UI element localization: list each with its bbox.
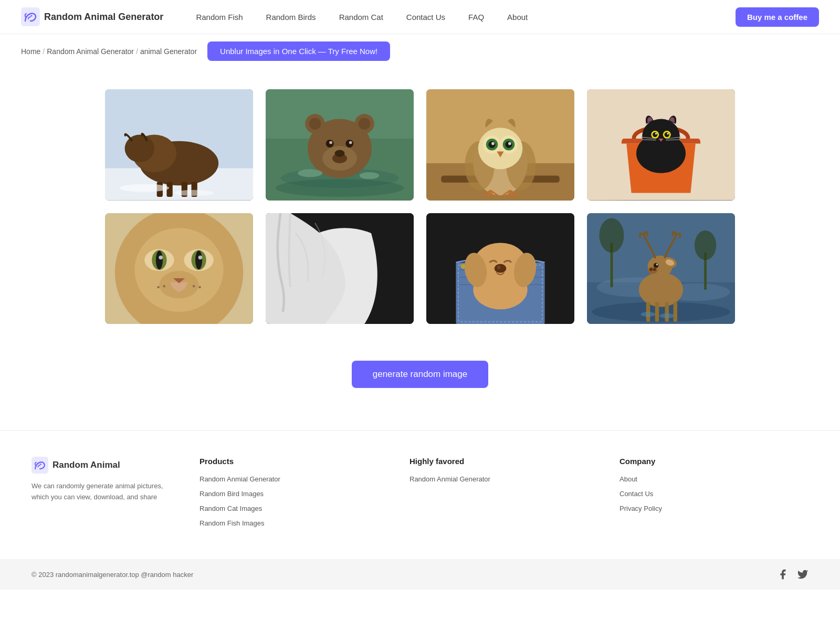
main-nav: Random Fish Random Birds Random Cat Cont… — [184, 13, 736, 22]
facebook-icon[interactable] — [777, 569, 789, 580]
nav-random-cat[interactable]: Random Cat — [328, 13, 395, 22]
svg-point-71 — [163, 285, 165, 287]
nav-about[interactable]: About — [496, 13, 539, 22]
footer-company-col: Company About Contact Us Privacy Policy — [620, 457, 808, 533]
animal-card-dog-pocket[interactable] — [426, 213, 574, 324]
footer-brand-name: Random Animal — [52, 460, 120, 470]
generate-random-image-button[interactable]: generate random image — [352, 361, 489, 388]
footer-products-col: Products Random Anmial Generator Random … — [200, 457, 388, 533]
breadcrumb-sep-1: / — [43, 47, 45, 56]
footer-desc: We can randomly generate animal pictures… — [32, 481, 178, 503]
svg-point-11 — [120, 184, 169, 192]
breadcrumb-animal-generator[interactable]: animal Generator — [140, 47, 197, 56]
svg-point-109 — [653, 268, 656, 271]
svg-rect-97 — [655, 302, 659, 322]
svg-point-30 — [360, 172, 380, 179]
logo-icon — [21, 7, 40, 26]
breadcrumb-home[interactable]: Home — [21, 47, 40, 56]
footer-bottom: © 2023 randomanimalgenerator.top @random… — [0, 559, 840, 590]
animal-image-grid — [105, 89, 735, 324]
svg-point-54 — [667, 133, 669, 135]
footer-favored-col: Highly favored Random Anmial Generator — [410, 457, 598, 533]
footer-company-title: Company — [620, 457, 808, 466]
svg-point-115 — [40, 464, 41, 465]
svg-point-73 — [193, 285, 195, 287]
logo-link[interactable]: Random Animal Generator — [21, 7, 163, 26]
svg-point-68 — [159, 255, 163, 259]
logo-title: Random Animal Generator — [44, 12, 163, 23]
svg-point-44 — [491, 142, 495, 145]
animal-card-owl[interactable] — [426, 89, 574, 201]
svg-rect-99 — [674, 302, 678, 322]
footer-link-fish-images[interactable]: Random Fish Images — [200, 519, 265, 527]
svg-point-100 — [640, 312, 655, 317]
animal-card-cat-bucket[interactable] — [587, 89, 735, 201]
animal-card-horse[interactable] — [266, 213, 414, 324]
nav-random-fish[interactable]: Random Fish — [184, 13, 254, 22]
breadcrumb-generator[interactable]: Random Animal Generator — [47, 47, 134, 56]
footer-link-favored-animal-generator[interactable]: Random Anmial Generator — [410, 475, 490, 483]
svg-point-48 — [642, 119, 679, 153]
svg-point-113 — [695, 230, 716, 259]
svg-point-20 — [309, 118, 321, 130]
svg-point-69 — [198, 255, 203, 259]
svg-point-107 — [648, 267, 658, 274]
footer-link-about[interactable]: About — [620, 475, 637, 483]
svg-point-25 — [329, 141, 332, 144]
svg-point-101 — [659, 313, 674, 318]
svg-point-26 — [349, 141, 352, 144]
footer-link-animal-generator[interactable]: Random Anmial Generator — [200, 475, 280, 483]
footer-link-contact[interactable]: Contact Us — [620, 490, 653, 498]
footer: Random Animal We can randomly generate a… — [0, 430, 840, 590]
footer-brand: Random Animal We can randomly generate a… — [32, 457, 178, 533]
footer-favored-title: Highly favored — [410, 457, 598, 466]
svg-point-108 — [649, 268, 653, 271]
footer-logo-icon — [32, 457, 48, 474]
svg-rect-98 — [665, 302, 669, 322]
svg-point-52 — [665, 132, 669, 137]
animal-card-deer[interactable] — [587, 213, 735, 324]
svg-point-21 — [359, 118, 371, 130]
footer-products-title: Products — [200, 457, 388, 466]
footer-copyright: © 2023 randomanimalgenerator.top @random… — [32, 571, 193, 579]
svg-point-53 — [655, 133, 657, 135]
breadcrumb-sep-2: / — [136, 47, 138, 56]
breadcrumb: Home / Random Animal Generator / animal … — [0, 34, 840, 68]
svg-point-45 — [508, 142, 511, 145]
animal-card-lion[interactable] — [105, 213, 253, 324]
svg-point-12 — [174, 190, 214, 196]
nav-contact-us[interactable]: Contact Us — [395, 13, 457, 22]
footer-link-bird-images[interactable]: Random Bird Images — [200, 490, 264, 498]
buy-coffee-button[interactable]: Buy me a coffee — [736, 7, 819, 27]
svg-point-61 — [134, 228, 223, 312]
animal-card-bison[interactable] — [105, 89, 253, 201]
svg-point-74 — [198, 286, 201, 288]
svg-point-29 — [298, 169, 322, 177]
svg-point-89 — [497, 266, 500, 269]
svg-point-104 — [656, 263, 658, 265]
svg-point-16 — [276, 179, 404, 197]
twitter-icon[interactable] — [797, 569, 808, 580]
footer-link-cat-images[interactable]: Random Cat Images — [200, 505, 262, 512]
svg-line-58 — [666, 140, 680, 140]
svg-point-28 — [335, 150, 345, 157]
social-icons — [777, 569, 808, 580]
svg-point-1 — [31, 15, 33, 17]
main-content — [0, 68, 840, 334]
svg-point-6 — [125, 134, 154, 162]
nav-random-birds[interactable]: Random Birds — [255, 13, 328, 22]
animal-card-bear[interactable] — [266, 89, 414, 201]
svg-point-112 — [600, 218, 624, 253]
unblur-banner-button[interactable]: Unblur Images in One Click — Try Free No… — [207, 41, 390, 61]
svg-rect-8 — [167, 182, 173, 197]
nav-faq[interactable]: FAQ — [457, 13, 496, 22]
svg-point-51 — [653, 132, 657, 137]
svg-point-88 — [495, 264, 507, 272]
svg-point-66 — [156, 250, 163, 269]
svg-line-56 — [641, 140, 656, 140]
svg-point-72 — [157, 286, 160, 288]
footer-link-privacy[interactable]: Privacy Policy — [620, 505, 662, 512]
svg-point-67 — [195, 250, 202, 269]
generate-section: generate random image — [0, 334, 840, 430]
